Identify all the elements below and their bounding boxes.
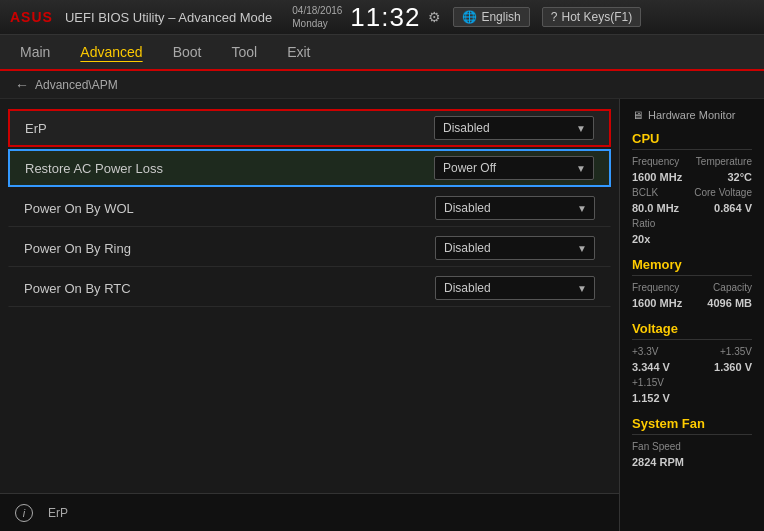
hotkeys-button[interactable]: ? Hot Keys(F1) [542,7,641,27]
cpu-ratio-value: 20x [632,233,650,245]
volt-33-label: +3.3V [632,346,658,357]
date-value: 04/18/2016 [292,4,342,17]
time-display: 11:32 [350,2,420,33]
cpu-temp-label: Temperature [696,156,752,167]
volt-135-label: +1.35V [720,346,752,357]
mem-cap-label: Capacity [713,282,752,293]
nav-tool[interactable]: Tool [231,38,257,66]
volt-115-row: +1.15V [632,377,752,388]
status-text: ErP [48,506,68,520]
cpu-freq-row: Frequency Temperature [632,156,752,167]
fan-speed-val-row: 2824 RPM [632,456,752,468]
restore-ac-control: Power Off Power On Last State ▼ [434,156,594,180]
cpu-ratio-val-row: 20x [632,233,752,245]
cpu-freq-label: Frequency [632,156,679,167]
header-bar: ASUS UEFI BIOS Utility – Advanced Mode 0… [0,0,764,35]
day-value: Monday [292,17,342,30]
info-icon: i [15,504,33,522]
cpu-temp-value: 32°C [727,171,752,183]
navbar: Main Advanced Boot Tool Exit [0,35,764,71]
asus-logo: ASUS [10,9,53,25]
power-rtc-label: Power On By RTC [24,281,435,296]
voltage-section: Voltage +3.3V +1.35V 3.344 V 1.360 V +1.… [632,321,752,404]
cpu-section: CPU Frequency Temperature 1600 MHz 32°C … [632,131,752,245]
power-ring-row: Power On By Ring Disabled Enabled ▼ [8,229,611,267]
mem-cap-value: 4096 MB [707,297,752,309]
hardware-monitor-sidebar: 🖥 Hardware Monitor CPU Frequency Tempera… [619,99,764,531]
power-rtc-dropdown[interactable]: Disabled Enabled [435,276,595,300]
volt-115-val-row: 1.152 V [632,392,752,404]
gear-icon[interactable]: ⚙ [428,9,441,25]
erp-control: Disabled Enabled ▼ [434,116,594,140]
cpu-ratio-row: Ratio [632,218,752,229]
nav-exit[interactable]: Exit [287,38,310,66]
cpu-corev-label: Core Voltage [694,187,752,198]
erp-row: ErP Disabled Enabled ▼ [8,109,611,147]
nav-boot[interactable]: Boot [173,38,202,66]
volt-115-value: 1.152 V [632,392,670,404]
content-area: ErP Disabled Enabled ▼ Restore AC Power … [0,99,619,531]
language-label: English [481,10,520,24]
mem-freq-label: Frequency [632,282,679,293]
cpu-ratio-label: Ratio [632,218,655,229]
restore-ac-dropdown[interactable]: Power Off Power On Last State [434,156,594,180]
volt-115-label: +1.15V [632,377,664,388]
power-ring-dropdown[interactable]: Disabled Enabled [435,236,595,260]
bios-title: UEFI BIOS Utility – Advanced Mode [65,10,272,25]
breadcrumb: ← Advanced\APM [0,71,764,99]
mem-vals-row: 1600 MHz 4096 MB [632,297,752,309]
cpu-corev-value: 0.864 V [714,202,752,214]
hotkeys-label: Hot Keys(F1) [561,10,632,24]
power-rtc-control: Disabled Enabled ▼ [435,276,595,300]
erp-label: ErP [25,121,434,136]
power-wol-row: Power On By WOL Disabled Enabled ▼ [8,189,611,227]
fan-speed-value: 2824 RPM [632,456,684,468]
power-wol-dropdown[interactable]: Disabled Enabled [435,196,595,220]
system-fan-section: System Fan Fan Speed 2824 RPM [632,416,752,468]
back-button[interactable]: ← [15,77,29,93]
monitor-icon: 🖥 [632,109,643,121]
fan-speed-label: Fan Speed [632,441,681,452]
power-ring-label: Power On By Ring [24,241,435,256]
voltage-section-title: Voltage [632,321,752,340]
globe-icon: 🌐 [462,10,477,24]
nav-main[interactable]: Main [20,38,50,66]
power-ring-control: Disabled Enabled ▼ [435,236,595,260]
restore-ac-row: Restore AC Power Loss Power Off Power On… [8,149,611,187]
date-display: 04/18/2016 Monday [292,4,342,30]
nav-advanced[interactable]: Advanced [80,38,142,66]
cpu-freq-value: 1600 MHz [632,171,682,183]
breadcrumb-path: Advanced\APM [35,78,118,92]
mem-labels-row: Frequency Capacity [632,282,752,293]
cpu-bclk-label: BCLK [632,187,658,198]
volt-33-val-row: 3.344 V 1.360 V [632,361,752,373]
cpu-freq-val-row: 1600 MHz 32°C [632,171,752,183]
hotkeys-icon: ? [551,10,558,24]
power-wol-label: Power On By WOL [24,201,435,216]
status-bar: i ErP [0,493,619,531]
sidebar-title-text: Hardware Monitor [648,109,735,121]
volt-33-value: 3.344 V [632,361,670,373]
volt-33-row: +3.3V +1.35V [632,346,752,357]
cpu-bclk-row: BCLK Core Voltage [632,187,752,198]
sidebar-title: 🖥 Hardware Monitor [632,109,752,121]
time-area: 04/18/2016 Monday 11:32 ⚙ [292,2,441,33]
cpu-bclk-val-row: 80.0 MHz 0.864 V [632,202,752,214]
language-button[interactable]: 🌐 English [453,7,529,27]
fan-section-title: System Fan [632,416,752,435]
restore-ac-label: Restore AC Power Loss [25,161,434,176]
cpu-bclk-value: 80.0 MHz [632,202,679,214]
erp-dropdown[interactable]: Disabled Enabled [434,116,594,140]
volt-135-value: 1.360 V [714,361,752,373]
cpu-section-title: CPU [632,131,752,150]
power-rtc-row: Power On By RTC Disabled Enabled ▼ [8,269,611,307]
memory-section: Memory Frequency Capacity 1600 MHz 4096 … [632,257,752,309]
memory-section-title: Memory [632,257,752,276]
mem-freq-value: 1600 MHz [632,297,682,309]
power-wol-control: Disabled Enabled ▼ [435,196,595,220]
fan-speed-row: Fan Speed [632,441,752,452]
